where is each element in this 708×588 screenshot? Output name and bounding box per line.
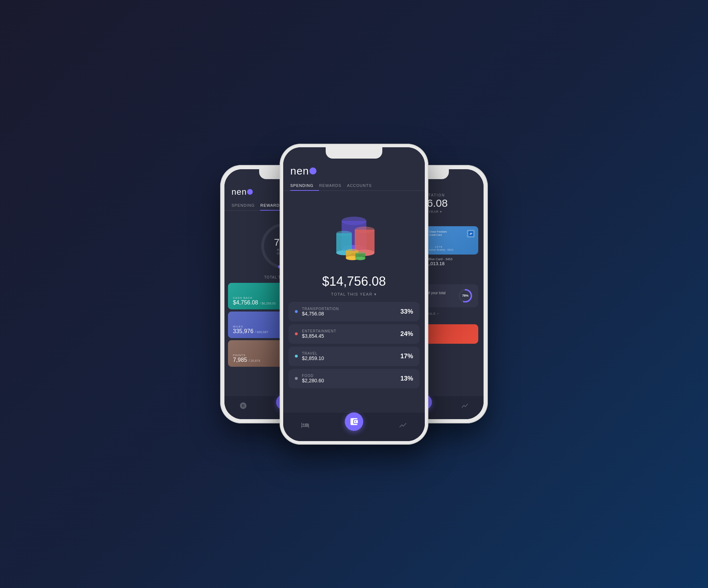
dot-food <box>295 377 298 380</box>
chase-card-2[interactable]: Chase FreedomCredit Card JP ···· 1576 <box>426 226 478 255</box>
cat-pct-transportation: 33% <box>400 308 413 315</box>
cat-name-food: FOOD <box>302 374 324 378</box>
phone-center: nen SPENDING REWARDS ACCOUNTS <box>280 144 428 445</box>
tab-spending-center[interactable]: SPENDING <box>290 181 319 190</box>
cat-pct-entertainment: 24% <box>400 330 413 338</box>
svg-rect-16 <box>355 230 375 253</box>
tab-spending-left[interactable]: SPENDING <box>232 200 260 210</box>
tab-rewards-center[interactable]: REWARDS <box>319 181 347 190</box>
missed-percent: 78% <box>462 294 468 297</box>
chase-holder-2: Adrian Bradley 08/21 <box>429 249 475 251</box>
nav-chart-center[interactable] <box>399 421 407 429</box>
nav-wallet-center[interactable] <box>345 412 363 431</box>
spending-categories: TRANSPORTATION $4,756.08 33% ENTERTAINME… <box>283 302 425 388</box>
cat-amount-transportation: $4,756.08 <box>302 311 339 316</box>
missed-progress: 78% <box>457 288 473 304</box>
cat-name-travel: TRAVEL <box>302 352 324 355</box>
jetblue-2[interactable]: JetBlue Card - 3453 $1,013.18 <box>424 257 478 273</box>
3d-bar-chart <box>319 200 389 270</box>
tab-accounts-center[interactable]: ACCOUNTS <box>347 181 377 190</box>
phones-container: nen SPENDING REWARDS ACCOUNTS <box>106 46 602 542</box>
chart-area <box>283 194 425 272</box>
center-total-year[interactable]: TOTAL THIS YEAR ▾ <box>283 291 425 302</box>
category-food[interactable]: FOOD $2,280.60 13% <box>289 369 419 388</box>
jetblue-name-2: JetBlue Card - 3453 <box>424 257 478 261</box>
dot-entertainment <box>295 332 298 335</box>
cat-pct-travel: 17% <box>400 353 413 360</box>
cat-name-entertainment: ENTERTAINMENT <box>302 329 336 333</box>
logo-left: nen <box>232 187 253 197</box>
svg-point-26 <box>355 257 365 260</box>
cat-pct-food: 13% <box>400 375 413 382</box>
cat-amount-travel: $2,859.10 <box>302 355 324 361</box>
nav-chart-right[interactable] <box>461 401 469 410</box>
cat-amount-food: $2,280.60 <box>302 378 324 383</box>
dot-transportation <box>295 310 298 313</box>
dot-travel <box>295 355 298 358</box>
category-transportation[interactable]: TRANSPORTATION $4,756.08 33% <box>289 302 419 321</box>
chase-logo-2: JP <box>467 230 475 238</box>
notch-center <box>326 147 382 159</box>
nav-hotel-left[interactable] <box>239 401 247 410</box>
cat-name-transportation: TRANSPORTATION <box>302 307 339 311</box>
svg-text:JP: JP <box>469 233 473 235</box>
chase-card-name-2: Chase FreedomCredit Card <box>429 230 447 236</box>
logo-center: nen <box>290 165 317 177</box>
center-bottom-nav <box>283 413 425 441</box>
cat-amount-entertainment: $3,854.45 <box>302 333 336 339</box>
center-amount: $14,756.08 <box>283 274 425 289</box>
chase-number-2: ···· 1576 <box>429 245 475 249</box>
total-amount-center: $14,756.08 <box>283 272 425 291</box>
center-nav-tabs[interactable]: SPENDING REWARDS ACCOUNTS <box>283 181 425 191</box>
nav-hotel-center[interactable] <box>301 421 309 429</box>
jetblue-amount-2: $1,013.18 <box>424 261 478 266</box>
category-travel[interactable]: TRAVEL $2,859.10 17% <box>289 347 419 366</box>
category-entertainment[interactable]: ENTERTAINMENT $3,854.45 24% <box>289 324 419 344</box>
